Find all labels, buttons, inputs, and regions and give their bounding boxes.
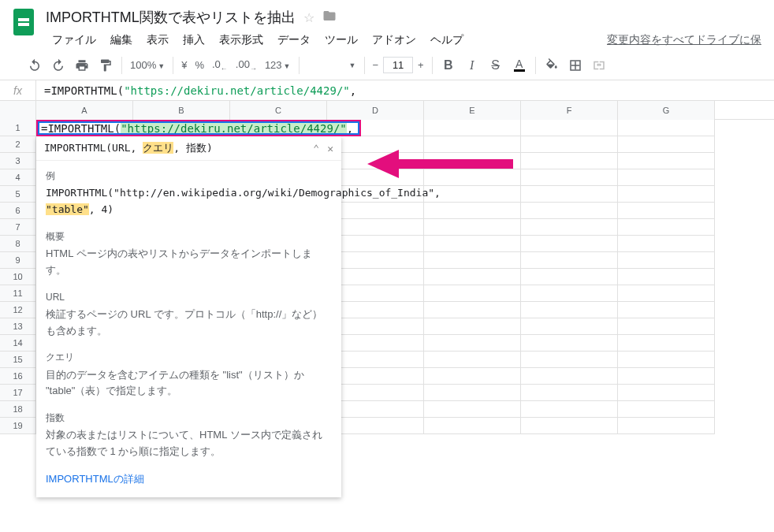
cell[interactable] — [424, 219, 521, 236]
row-header[interactable]: 5 — [0, 186, 36, 203]
font-dropdown[interactable]: ▼ — [304, 61, 359, 69]
cell[interactable] — [424, 169, 521, 186]
col-header[interactable]: E — [424, 101, 521, 120]
cell[interactable] — [424, 153, 521, 169]
cell[interactable] — [521, 169, 618, 186]
cell[interactable] — [327, 368, 424, 385]
col-header[interactable]: G — [618, 101, 715, 120]
percent-button[interactable]: % — [192, 59, 207, 71]
cell[interactable] — [327, 219, 424, 236]
col-header[interactable]: B — [133, 101, 230, 120]
cell[interactable] — [327, 252, 424, 269]
font-size-input[interactable]: 11 — [383, 57, 413, 73]
row-header[interactable]: 11 — [0, 285, 36, 302]
cell[interactable] — [618, 352, 715, 368]
cell[interactable] — [521, 352, 618, 368]
cell[interactable] — [424, 335, 521, 352]
paint-format-button[interactable] — [95, 55, 117, 76]
cell[interactable] — [521, 335, 618, 352]
fill-color-button[interactable] — [541, 55, 563, 76]
cell[interactable] — [521, 120, 618, 136]
collapse-icon[interactable]: ⌃ — [313, 143, 319, 154]
strikethrough-button[interactable]: S — [485, 55, 507, 76]
row-header[interactable]: 4 — [0, 169, 36, 186]
menu-format[interactable]: 表示形式 — [213, 30, 270, 50]
cell[interactable] — [424, 120, 521, 136]
undo-button[interactable] — [24, 55, 46, 76]
menu-view[interactable]: 表示 — [140, 30, 175, 50]
cell[interactable] — [424, 236, 521, 252]
star-icon[interactable]: ☆ — [303, 10, 314, 25]
row-header[interactable]: 2 — [0, 136, 36, 153]
cell[interactable] — [618, 368, 715, 385]
menu-insert[interactable]: 挿入 — [177, 30, 211, 50]
cell[interactable] — [521, 153, 618, 169]
row-header[interactable]: 18 — [0, 401, 36, 418]
folder-icon[interactable] — [322, 9, 337, 27]
cell[interactable] — [327, 318, 424, 335]
menu-tools[interactable]: ツール — [318, 30, 364, 50]
save-status[interactable]: 変更内容をすべてドライブに保 — [607, 33, 761, 47]
cell[interactable] — [424, 203, 521, 219]
cell[interactable] — [424, 401, 521, 418]
row-header[interactable]: 19 — [0, 418, 36, 434]
cell[interactable] — [618, 302, 715, 318]
cell[interactable] — [327, 153, 424, 169]
cell[interactable] — [521, 385, 618, 401]
merge-button[interactable] — [588, 55, 610, 76]
row-header[interactable]: 3 — [0, 153, 36, 169]
row-header[interactable]: 9 — [0, 252, 36, 269]
col-header[interactable]: A — [36, 101, 133, 120]
cell[interactable] — [521, 318, 618, 335]
font-size-dec[interactable]: − — [370, 59, 382, 71]
active-cell-editor[interactable]: =IMPORTHTML("https://dekiru.net/article/… — [36, 120, 361, 136]
row-header[interactable]: 12 — [0, 302, 36, 318]
cell[interactable] — [424, 418, 521, 434]
cell[interactable] — [618, 219, 715, 236]
cell[interactable] — [618, 385, 715, 401]
cells-area[interactable]: =IMPORTHTML("https://dekiru.net/article/… — [36, 120, 774, 434]
cell[interactable] — [424, 285, 521, 302]
font-size-inc[interactable]: + — [415, 59, 427, 71]
cell[interactable] — [521, 418, 618, 434]
cell[interactable] — [618, 252, 715, 269]
cell[interactable] — [618, 120, 715, 136]
cell[interactable] — [424, 269, 521, 285]
cell[interactable] — [521, 401, 618, 418]
cell[interactable] — [618, 153, 715, 169]
row-header[interactable]: 16 — [0, 368, 36, 385]
cell[interactable] — [618, 418, 715, 434]
cell[interactable] — [521, 236, 618, 252]
cell[interactable] — [521, 302, 618, 318]
cell[interactable] — [424, 385, 521, 401]
close-icon[interactable]: ✕ — [327, 143, 333, 154]
row-header[interactable]: 15 — [0, 352, 36, 368]
cell[interactable] — [618, 401, 715, 418]
currency-button[interactable]: ¥ — [178, 59, 190, 71]
row-header[interactable]: 10 — [0, 269, 36, 285]
inc-decimal-button[interactable]: .00→ — [233, 58, 260, 73]
borders-button[interactable] — [564, 55, 586, 76]
cell[interactable] — [521, 136, 618, 153]
dec-decimal-button[interactable]: .0← — [209, 58, 231, 73]
row-header[interactable]: 14 — [0, 335, 36, 352]
cell[interactable] — [424, 302, 521, 318]
cell[interactable] — [618, 269, 715, 285]
cell[interactable] — [618, 285, 715, 302]
formula-input[interactable]: =IMPORTHTML("https://dekiru.net/article/… — [36, 84, 774, 97]
row-header[interactable]: 1 — [0, 120, 36, 136]
col-header[interactable]: D — [327, 101, 424, 120]
row-header[interactable]: 7 — [0, 219, 36, 236]
cell[interactable] — [521, 269, 618, 285]
menu-help[interactable]: ヘルプ — [424, 30, 470, 50]
cell[interactable] — [327, 136, 424, 153]
cell[interactable] — [521, 285, 618, 302]
doc-title[interactable]: IMPORTHTML関数で表やリストを抽出 — [46, 6, 296, 28]
text-color-button[interactable]: A — [508, 55, 530, 76]
sheets-logo[interactable] — [8, 6, 39, 38]
cell[interactable] — [521, 203, 618, 219]
italic-button[interactable]: I — [461, 55, 483, 76]
cell[interactable] — [618, 335, 715, 352]
cell[interactable] — [424, 318, 521, 335]
fx-label[interactable]: fx — [0, 80, 36, 100]
